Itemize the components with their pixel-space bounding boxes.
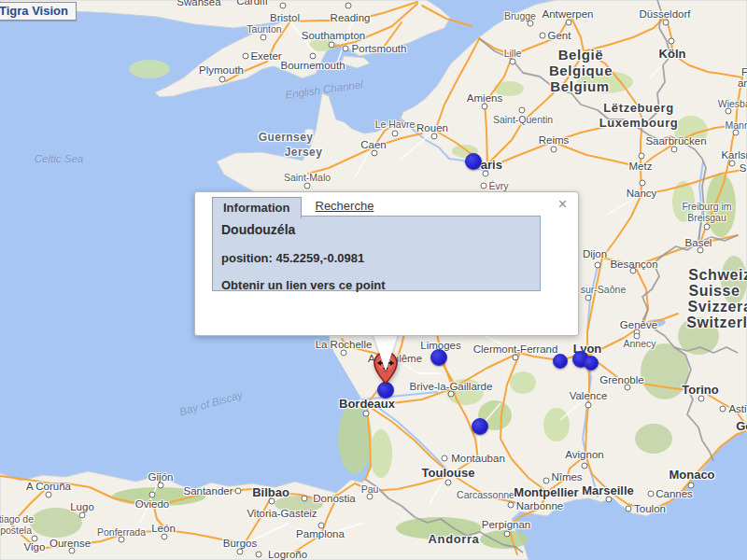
place-coordinates: position: 45.2259,-0.0981	[221, 251, 531, 265]
town-dot	[46, 492, 52, 498]
town-dot	[483, 171, 489, 177]
town-dot	[119, 537, 125, 543]
town-dot	[729, 161, 736, 167]
town-dot	[606, 497, 613, 503]
town-dot	[149, 492, 156, 498]
town-dot	[345, 3, 352, 9]
town-dot	[585, 402, 592, 409]
town-dot	[639, 153, 645, 160]
town-dot	[543, 478, 550, 484]
town-dot	[733, 130, 740, 136]
town-dot	[566, 20, 572, 26]
town-dot	[630, 268, 637, 274]
blue-marker[interactable]	[472, 418, 488, 435]
town-dot	[341, 350, 347, 357]
town-dot	[519, 107, 526, 114]
town-dot	[392, 131, 399, 137]
map-viewport[interactable]: SwanseaCardiffBristolReadingTauntonSouth…	[0, 0, 747, 560]
town-dot	[481, 183, 487, 189]
town-dot	[726, 108, 732, 115]
town-dot	[442, 455, 448, 462]
town-dot	[504, 531, 511, 538]
town-dot	[32, 536, 38, 542]
popup-content-box: Doudouzéla position: 45.2259,-0.0981 Obt…	[212, 216, 541, 291]
town-dot	[582, 463, 588, 469]
close-icon[interactable]: ×	[558, 198, 567, 211]
town-dot	[372, 150, 378, 157]
town-dot	[329, 42, 335, 49]
popup-tabbar: Information Recherche	[212, 197, 374, 217]
town-dot	[551, 147, 557, 153]
town-dot	[626, 506, 632, 512]
town-dot	[237, 549, 244, 555]
popup-tail	[373, 332, 399, 371]
town-dot	[640, 180, 646, 187]
blue-marker[interactable]	[553, 354, 568, 369]
town-dot	[302, 496, 308, 502]
town-dot	[69, 548, 76, 554]
town-dot	[235, 488, 242, 495]
town-dot	[343, 46, 349, 52]
town-dot	[243, 53, 249, 60]
blue-marker[interactable]	[430, 349, 447, 366]
town-dot	[720, 406, 726, 413]
town-dot	[688, 483, 695, 489]
town-dot	[704, 224, 711, 231]
town-dot	[482, 104, 488, 110]
town-dot	[510, 59, 516, 65]
island-guernsey	[304, 129, 314, 134]
town-dot	[280, 3, 287, 9]
town-dot	[256, 552, 262, 558]
town-dot	[513, 355, 519, 361]
town-dot	[448, 391, 455, 398]
tab-recherche[interactable]: Recherche	[316, 199, 374, 217]
brand-button[interactable]: Tigra Vision	[0, 2, 77, 21]
town-dot	[663, 20, 669, 26]
town-dot	[508, 502, 514, 509]
blue-marker[interactable]	[584, 356, 599, 371]
place-title: Doudouzéla	[221, 222, 531, 237]
town-dot	[318, 523, 325, 529]
town-dot	[158, 483, 164, 489]
town-dot	[310, 53, 317, 60]
town-dot	[219, 77, 226, 83]
town-dot	[269, 498, 275, 505]
town-dot	[540, 33, 546, 39]
town-dot	[648, 491, 655, 497]
town-dot	[625, 385, 631, 391]
town-dot	[634, 333, 641, 340]
town-dot	[671, 147, 678, 153]
town-dot	[669, 38, 675, 45]
town-dot	[431, 133, 438, 140]
town-dot	[698, 396, 705, 402]
town-dot	[698, 247, 704, 254]
town-dot	[79, 512, 86, 519]
town-dot	[261, 35, 267, 41]
blue-marker[interactable]	[465, 153, 482, 170]
town-dot	[595, 262, 601, 269]
town-dot	[585, 295, 592, 301]
town-dot	[528, 21, 534, 27]
town-dot	[445, 480, 452, 486]
town-dot	[367, 494, 374, 500]
town-dot	[304, 183, 311, 189]
get-link-action[interactable]: Obtenir un lien vers ce point	[221, 278, 531, 292]
tab-information[interactable]: Information	[212, 197, 302, 218]
town-dot	[162, 534, 168, 540]
info-window: Information Recherche × Doudouzéla posit…	[194, 191, 579, 336]
town-dot	[363, 411, 370, 417]
